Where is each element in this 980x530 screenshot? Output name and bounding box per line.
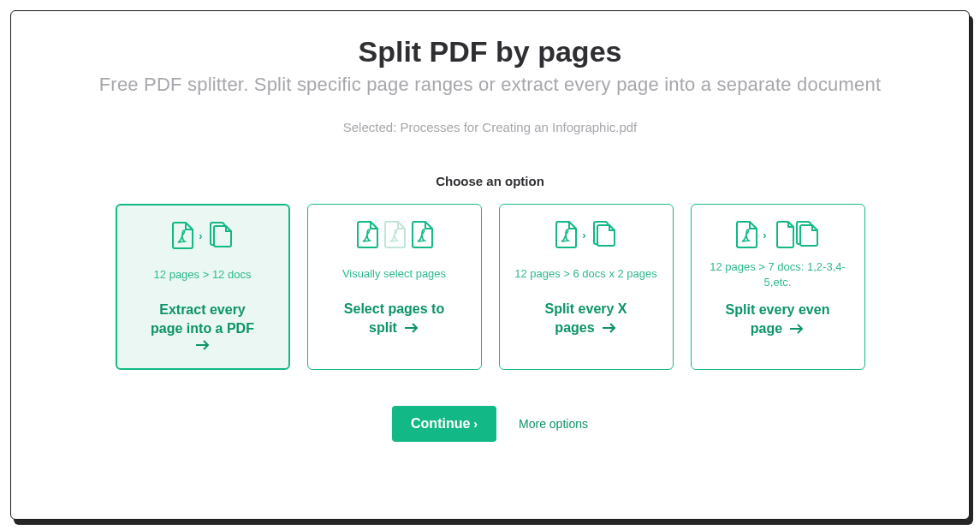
pdf-icon bbox=[171, 222, 193, 249]
continue-label: Continue bbox=[411, 416, 470, 432]
card-action: Extract every page into a PDF bbox=[151, 301, 254, 351]
page-title: Split PDF by pages bbox=[37, 35, 943, 68]
card-icon-row: › bbox=[735, 220, 819, 249]
pdf-icon bbox=[735, 221, 757, 248]
pdf-icon bbox=[555, 221, 577, 248]
chevron-right-icon: › bbox=[473, 417, 478, 431]
choose-option-label: Choose an option bbox=[37, 174, 943, 188]
footer-actions: Continue› More options bbox=[37, 406, 943, 442]
card-action: Select pages to split bbox=[344, 301, 444, 336]
pdf-icon bbox=[356, 221, 378, 248]
selected-prefix: Selected: bbox=[343, 120, 401, 134]
pdf-icon bbox=[411, 221, 433, 248]
option-cards: › 12 pages > 12 docs Extract every page … bbox=[37, 204, 943, 370]
documents-icon bbox=[208, 222, 234, 249]
card-action: Split every even page bbox=[726, 301, 830, 337]
split-pdf-panel: Split PDF by pages Free PDF splitter. Sp… bbox=[10, 10, 970, 520]
selected-file-label: Selected: Processes for Creating an Info… bbox=[37, 120, 943, 134]
selected-filename: Processes for Creating an Infographic.pd… bbox=[400, 120, 637, 134]
card-description: 12 pages > 7 docs: 1,2-3,4-5,etc. bbox=[704, 259, 852, 289]
option-extract-every-page[interactable]: › 12 pages > 12 docs Extract every page … bbox=[116, 204, 290, 370]
more-options-link[interactable]: More options bbox=[519, 417, 588, 431]
option-split-every-even[interactable]: › 12 pages > 7 docs: 1,2-3,4-5,etc. Spli… bbox=[691, 204, 865, 370]
arrow-right-icon bbox=[789, 323, 805, 335]
card-action: Split every X pages bbox=[544, 301, 627, 336]
separator-icon: › bbox=[582, 229, 585, 241]
card-description: 12 pages > 6 docs x 2 pages bbox=[514, 259, 657, 289]
documents-icon bbox=[591, 221, 617, 248]
option-split-every-x[interactable]: › 12 pages > 6 docs x 2 pages Split ever… bbox=[499, 204, 674, 370]
arrow-right-icon bbox=[602, 322, 617, 334]
card-icon-row bbox=[356, 220, 433, 249]
page-subtitle: Free PDF splitter. Split specific page r… bbox=[37, 74, 943, 96]
arrow-right-icon bbox=[404, 322, 419, 334]
continue-button[interactable]: Continue› bbox=[392, 406, 496, 442]
card-icon-row: › bbox=[171, 221, 233, 250]
pdf-icon-faded bbox=[383, 221, 406, 248]
card-description: Visually select pages bbox=[342, 259, 446, 289]
arrow-right-icon bbox=[195, 339, 211, 351]
option-select-pages[interactable]: Visually select pages Select pages to sp… bbox=[307, 204, 482, 370]
separator-icon: › bbox=[763, 229, 766, 241]
card-description: 12 pages > 12 docs bbox=[154, 260, 252, 289]
documents-icon bbox=[794, 221, 820, 248]
card-icon-row: › bbox=[555, 220, 616, 249]
separator-icon: › bbox=[199, 229, 202, 242]
